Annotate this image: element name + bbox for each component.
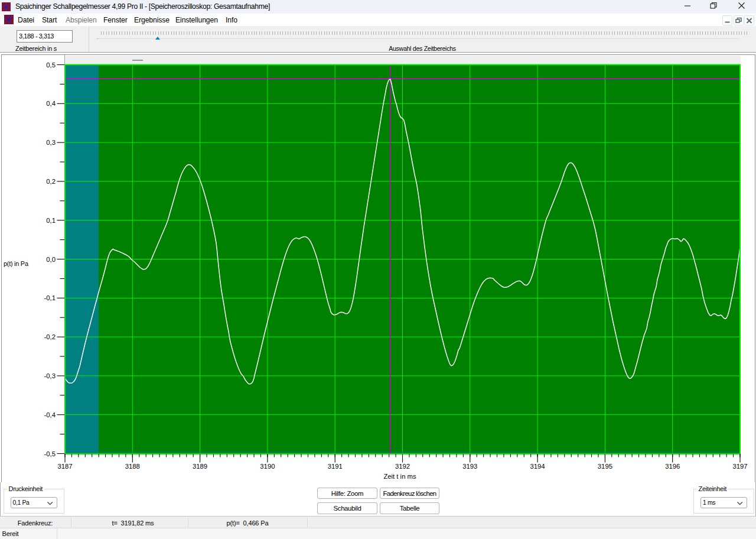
svg-text:3190: 3190 bbox=[260, 463, 275, 470]
svg-text:3196: 3196 bbox=[665, 463, 680, 470]
svg-text:0,1: 0,1 bbox=[46, 217, 56, 224]
svg-text:-0,2: -0,2 bbox=[44, 333, 56, 340]
svg-text:3187: 3187 bbox=[57, 463, 72, 470]
svg-text:-0,1: -0,1 bbox=[44, 294, 56, 301]
svg-text:0,4: 0,4 bbox=[46, 100, 56, 107]
svg-text:0,3: 0,3 bbox=[46, 139, 56, 146]
svg-text:Zeit t in ms: Zeit t in ms bbox=[383, 473, 416, 480]
svg-text:0,5: 0,5 bbox=[46, 61, 56, 69]
svg-text:-0,5: -0,5 bbox=[44, 450, 56, 457]
svg-text:3189: 3189 bbox=[193, 463, 207, 470]
svg-text:3192: 3192 bbox=[395, 463, 410, 470]
svg-text:3197: 3197 bbox=[732, 463, 747, 470]
svg-text:3188: 3188 bbox=[125, 463, 140, 470]
svg-text:p(t) in Pa: p(t) in Pa bbox=[4, 260, 29, 267]
svg-text:0,0: 0,0 bbox=[46, 256, 56, 263]
svg-text:3195: 3195 bbox=[598, 463, 612, 470]
svg-text:3194: 3194 bbox=[530, 463, 545, 470]
svg-text:0,2: 0,2 bbox=[46, 178, 56, 185]
svg-text:-0,4: -0,4 bbox=[44, 411, 56, 418]
svg-text:3193: 3193 bbox=[462, 463, 477, 470]
svg-text:3191: 3191 bbox=[328, 463, 343, 470]
svg-text:-0,3: -0,3 bbox=[44, 372, 56, 379]
